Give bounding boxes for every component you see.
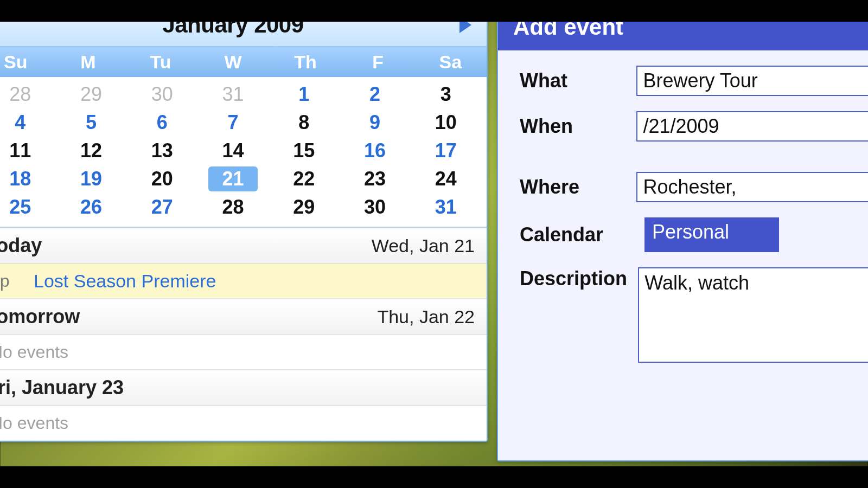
day-cell-27[interactable]: 27 (126, 193, 197, 221)
week-row: 25262728293031 (0, 193, 481, 221)
day-cell-15[interactable]: 15 (269, 137, 340, 165)
day-cell-28[interactable]: 28 (0, 80, 56, 108)
day-cell-8[interactable]: 8 (269, 108, 340, 137)
day-cell-3[interactable]: 3 (410, 80, 481, 108)
label-when: When (520, 115, 636, 138)
row-calendar: Calendar Personal (520, 217, 868, 252)
agenda-event-title: Lost Season Premiere (34, 271, 216, 292)
day-cell-11[interactable]: 11 (0, 137, 56, 165)
row-what: What (520, 66, 868, 96)
agenda-event-row[interactable]: 8pLost Season Premiere (0, 264, 487, 299)
day-cell-16[interactable]: 16 (340, 137, 411, 165)
day-cell-9[interactable]: 9 (340, 108, 411, 137)
agenda-header-date: Thu, Jan 22 (377, 306, 475, 328)
week-row: 11121314151617 (0, 137, 481, 165)
agenda-empty-text: No events (0, 413, 68, 433)
agenda-empty-row: No events (0, 335, 487, 370)
day-cell-5[interactable]: 5 (56, 108, 127, 137)
day-cell-2[interactable]: 2 (340, 80, 411, 108)
day-cell-1[interactable]: 1 (269, 80, 340, 108)
day-cell-30[interactable]: 30 (340, 193, 411, 221)
label-what: What (520, 69, 636, 92)
day-cell-28[interactable]: 28 (197, 193, 269, 221)
add-event-panel: Add event What When Where Calendar Perso… (497, 3, 868, 461)
day-cell-17[interactable]: 17 (410, 137, 481, 165)
day-cell-23[interactable]: 23 (340, 165, 411, 193)
month-grid: 2829303112345678910111213141516171819202… (0, 77, 487, 227)
dow-cell: M (52, 47, 125, 77)
calendar-select[interactable]: Personal (644, 217, 779, 252)
week-row: 45678910 (0, 108, 481, 137)
agenda-header[interactable]: TomorrowThu, Jan 22 (0, 299, 487, 335)
row-description: Description (520, 267, 868, 363)
day-cell-12[interactable]: 12 (56, 137, 127, 165)
day-cell-14[interactable]: 14 (197, 137, 269, 165)
day-cell-10[interactable]: 10 (410, 108, 481, 137)
agenda-header[interactable]: Fri, January 23 (0, 370, 487, 406)
day-cell-21[interactable]: 21 (197, 165, 269, 193)
day-cell-30[interactable]: 30 (126, 80, 197, 108)
day-cell-20[interactable]: 20 (126, 165, 197, 193)
description-input[interactable] (638, 267, 868, 363)
week-row: 28293031123 (0, 80, 481, 108)
label-where: Where (520, 176, 636, 198)
day-cell-7[interactable]: 7 (197, 108, 269, 137)
day-cell-29[interactable]: 29 (269, 193, 340, 221)
day-cell-29[interactable]: 29 (56, 80, 127, 108)
day-cell-25[interactable]: 25 (0, 193, 56, 221)
agenda-header-date: Wed, Jan 21 (372, 235, 475, 256)
dow-cell: W (197, 47, 270, 77)
what-input[interactable] (636, 66, 868, 96)
day-cell-24[interactable]: 24 (410, 165, 481, 193)
calendar-panel: January 2009 SuMTuWThFSa 282930311234567… (0, 3, 488, 442)
agenda-event-time: 8p (0, 271, 34, 291)
day-cell-13[interactable]: 13 (126, 137, 197, 165)
label-calendar: Calendar (520, 223, 644, 246)
dow-cell: Th (269, 47, 342, 77)
day-cell-26[interactable]: 26 (56, 193, 127, 221)
dow-cell: Su (0, 47, 52, 77)
letterbox-top (0, 0, 868, 22)
dow-cell: Tu (124, 47, 197, 77)
agenda-header-label: Fri, January 23 (0, 376, 124, 399)
dow-cell: F (342, 47, 414, 77)
day-cell-4[interactable]: 4 (0, 108, 56, 137)
row-when: When (520, 111, 868, 142)
day-cell-19[interactable]: 19 (56, 165, 127, 193)
agenda-empty-text: No events (0, 342, 68, 362)
week-row: 18192021222324 (0, 165, 481, 193)
when-input[interactable] (636, 111, 868, 142)
label-description: Description (520, 267, 638, 290)
where-input[interactable] (636, 172, 868, 202)
day-cell-31[interactable]: 31 (197, 80, 269, 108)
agenda-empty-row: No events (0, 406, 487, 441)
day-cell-18[interactable]: 18 (0, 165, 56, 193)
letterbox-bottom (0, 466, 868, 488)
dow-cell: Sa (414, 47, 487, 77)
day-cell-6[interactable]: 6 (126, 108, 197, 137)
day-cell-31[interactable]: 31 (410, 193, 481, 221)
agenda-header-label: Today (0, 234, 42, 257)
agenda-list: TodayWed, Jan 218pLost Season PremiereTo… (0, 227, 487, 441)
agenda-header-label: Tomorrow (0, 305, 80, 328)
day-of-week-header: SuMTuWThFSa (0, 47, 487, 77)
agenda-header[interactable]: TodayWed, Jan 21 (0, 228, 487, 264)
day-cell-22[interactable]: 22 (269, 165, 340, 193)
row-where: Where (520, 172, 868, 202)
add-event-body: What When Where Calendar Personal Descri… (498, 50, 868, 363)
